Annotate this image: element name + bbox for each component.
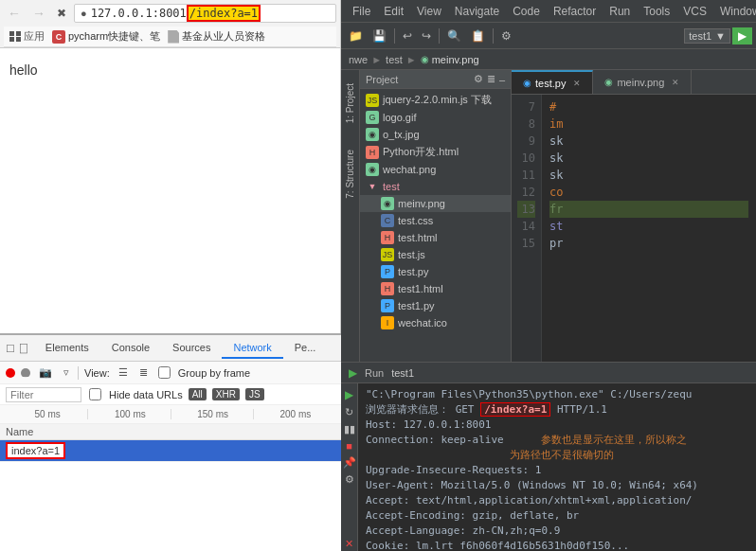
filter-button[interactable]: ▿ [61,365,72,380]
network-item-index[interactable]: index?a=1 [0,440,341,462]
tree-item[interactable]: ▼test [360,178,511,195]
project-tree: JSjquery-2.2.0.min.js 下载Glogo.gif◉o_tx.j… [360,89,511,362]
run-settings-button[interactable]: ⚙ [344,472,355,487]
toolbar-open-button[interactable]: 📁 [345,27,367,44]
filter-all-tag[interactable]: All [189,388,207,400]
tree-item[interactable]: HPython开发.html [360,143,511,161]
tree-item[interactable]: Iwechat.ico [360,314,511,331]
toolbar-sep1 [394,28,395,44]
timeline-tick-150: 150 ms [171,409,253,419]
vtab-project[interactable]: 1: Project [343,80,357,127]
run-pause-button[interactable]: ▮▮ [343,422,356,436]
menu-navigate[interactable]: Navigate [449,3,505,20]
panel-collapse-button[interactable]: – [499,73,505,85]
menu-tools[interactable]: Tools [638,3,675,20]
back-button[interactable]: ← [4,4,25,23]
tab-py-icon: ◉ [523,78,531,88]
filter-js-tag[interactable]: JS [245,388,264,400]
reload-button[interactable]: ✖ [53,5,70,22]
menu-window[interactable]: Window [714,3,756,20]
panel-expand-button[interactable]: ≣ [487,73,495,85]
run-pin-button[interactable]: 📌 [342,455,357,470]
code-line-15: pr [549,235,748,252]
editor-tab-testpy[interactable]: ◉ test.py ✕ [512,70,593,94]
camera-button[interactable]: 📷 [36,365,55,380]
run-clear-button[interactable]: ✕ [344,537,354,551]
record-button[interactable] [6,368,15,378]
file-type-icon: ▼ [366,180,379,193]
grid-view-button[interactable]: ≣ [136,365,151,380]
tab-elements[interactable]: Elements [34,338,100,359]
address-bar-container[interactable]: ● 127.0.0.1:8001/index?a=1 [74,4,336,23]
menu-file[interactable]: File [347,3,376,20]
run-line-1: "C:\Program Files\Python35\python.exe" C… [366,387,748,402]
toolbar-redo-button[interactable]: ↪ [418,27,435,44]
group-by-frame-label: Group by frame [178,367,250,379]
line-num-15: 15 [517,235,535,252]
run-button[interactable]: ▶ [732,27,752,44]
tab-console[interactable]: Console [100,338,161,359]
panel-settings-button[interactable]: ⚙ [474,73,483,85]
tab-network[interactable]: Network [222,338,282,359]
toolbar-save-button[interactable]: 💾 [369,27,390,44]
run-config-dropdown[interactable]: test1 ▼ [684,28,730,44]
menu-run[interactable]: Run [603,3,636,20]
run-rerun-button[interactable]: ↻ [344,405,354,419]
code-line-13: fr [549,201,748,218]
tree-item[interactable]: Ptest1.py [360,297,511,314]
menu-code[interactable]: Code [507,3,546,20]
tree-item-label: test.py [398,266,428,277]
menu-edit[interactable]: Edit [378,3,409,20]
tab-sources[interactable]: Sources [161,338,222,359]
vtab-structure[interactable]: 7: Structure [343,146,357,203]
run-output: "C:\Program Files\Python35\python.exe" C… [358,383,756,551]
devtools-inspect-button[interactable]: □ [4,340,17,356]
run-line-4: Connection: keep-alive 参数也是显示在这里，所以称之 [366,433,748,448]
group-by-frame-checkbox[interactable] [158,366,171,379]
tree-item[interactable]: Glogo.gif [360,109,511,126]
tree-item[interactable]: JSjquery-2.2.0.min.js 下载 [360,91,511,109]
toolbar-undo-button[interactable]: ↩ [399,27,416,44]
tree-item[interactable]: Ctest.css [360,212,511,229]
toolbar-search-button[interactable]: 🔍 [443,27,465,44]
hide-data-urls-checkbox[interactable] [89,388,101,400]
tree-item[interactable]: ◉wechat.png [360,161,511,178]
tree-item[interactable]: Ptest.py [360,263,511,280]
tree-item[interactable]: ◉o_tx.jpg [360,126,511,143]
clear-button[interactable]: ⎯ [21,368,30,378]
apps-bookmark[interactable]: 应用 [9,29,45,44]
toolbar-settings-button[interactable]: ⚙ [497,27,515,44]
pycharm-bookmark[interactable]: C pycharm快捷键、笔 [52,29,160,44]
run-stop-button[interactable]: ■ [345,439,353,453]
tab-close-icon[interactable]: ✕ [573,79,581,88]
tab-performance[interactable]: Pe... [283,338,328,359]
network-filter-input[interactable] [6,387,81,402]
fund-bookmark[interactable]: 基金从业人员资格 [168,29,265,44]
menu-refactor[interactable]: Refactor [548,3,602,20]
menu-vcs[interactable]: VCS [677,3,712,20]
toolbar-copy-button[interactable]: 📋 [467,27,489,44]
tree-item[interactable]: ◉meinv.png [360,195,511,212]
tree-item[interactable]: Htest.html [360,229,511,246]
tree-item[interactable]: JStest.js [360,246,511,263]
code-content[interactable]: # im sk sk sk co fr st pr [542,95,756,362]
run-line-2: 浏览器请求信息： GET /index?a=1 HTTP/1.1 [366,402,748,418]
dropdown-arrow-icon: ▼ [715,30,726,42]
filter-xhr-tag[interactable]: XHR [212,388,240,400]
tab2-close-icon[interactable]: ✕ [672,78,679,87]
devtools-mobile-button[interactable]: ⎕ [17,340,30,356]
view-label: View: [84,367,110,379]
editor-tab-meinv[interactable]: ◉ meinv.png ✕ [593,70,692,94]
run-play-button[interactable]: ▶ [344,387,354,402]
tree-item-label: test.html [398,232,438,243]
file-tab-icon: ◉ [421,54,429,64]
tree-item[interactable]: Htest1.html [360,280,511,297]
tree-item-label: test1.py [398,300,435,311]
list-view-button[interactable]: ☰ [116,365,131,380]
panel-title: Project [366,74,398,85]
menu-view[interactable]: View [411,3,447,20]
file-type-icon: JS [366,94,379,107]
file-type-icon: I [381,316,394,329]
timeline-tick-200: 200 ms [253,409,335,419]
forward-button[interactable]: → [28,4,49,23]
